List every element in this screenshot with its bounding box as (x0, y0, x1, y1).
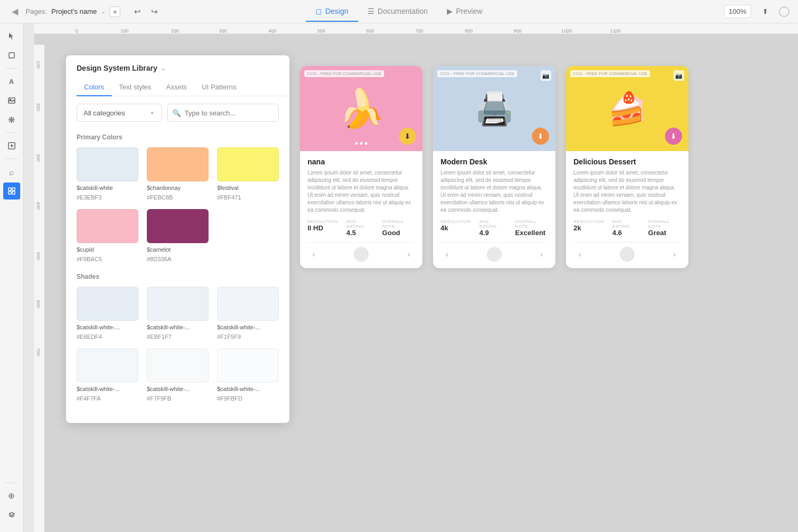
panel-controls: All categories ▼ 🔍 (66, 96, 289, 129)
frame-tool[interactable] (3, 47, 20, 64)
card-image-dessert: CCO - FREE FOR COMMERCIAL USE 📷 🍰 ⬇ (566, 66, 688, 151)
next-arrow-dessert[interactable]: › (668, 248, 681, 261)
shade-swatch-1[interactable] (77, 287, 138, 321)
tab-text-styles[interactable]: Text styles (112, 79, 159, 96)
svg-rect-10 (12, 192, 15, 194)
color-name: $catskill-white (77, 185, 138, 191)
card-banana: CCO - FREE FOR COMMERCIAL USE 🍌 ⬇ nana L… (300, 66, 422, 268)
next-arrow-banana[interactable]: › (402, 248, 415, 261)
color-swatch-camelot[interactable] (147, 209, 209, 243)
shade-hex-4: #F4F7FA (77, 395, 138, 402)
tab-assets[interactable]: Assets (159, 79, 194, 96)
svg-rect-8 (12, 188, 15, 190)
component-tool[interactable]: ❋ (3, 111, 20, 128)
project-name[interactable]: Project's name (51, 7, 97, 15)
status-icon (779, 6, 789, 17)
ruler-top: 0 100 200 300 400 500 600 700 800 900 10… (34, 23, 798, 34)
assets-tool[interactable] (3, 182, 20, 200)
pages-label: Pages: (26, 7, 47, 15)
undo-button[interactable]: ↩ (131, 5, 144, 18)
shade-name-5: $catskill-white-... (147, 386, 209, 392)
download-button-desk[interactable]: ⬇ (532, 128, 549, 145)
ruler-mark-800: 800 (464, 28, 472, 34)
meta-rating-desk: AVG. RATING 4.9 (479, 219, 506, 237)
select-tool[interactable] (3, 28, 20, 45)
share-button[interactable]: ⬆ (758, 4, 772, 19)
color-hex: #FEBC8B (147, 194, 209, 201)
shade-name-2: $catskill-white-... (147, 324, 209, 330)
select-caret-icon: ▼ (149, 110, 155, 116)
card-meta-desk: RESOLUTION 4k AVG. RATING 4.9 OVERALL NO… (440, 219, 548, 237)
tab-ui-patterns[interactable]: UI Patterns (194, 79, 244, 96)
frame-insert-tool[interactable] (3, 137, 20, 154)
dessert-emoji: 🍰 (608, 90, 647, 128)
color-swatch-cupid[interactable] (77, 209, 138, 243)
card-desc-dessert: Lorem ipsum dolor sit amet, consectetur … (573, 169, 681, 214)
pagination-dessert (620, 247, 635, 262)
text-tool[interactable]: A (3, 73, 20, 90)
add-page-button[interactable]: + (110, 6, 120, 17)
image-tool[interactable] (3, 92, 20, 109)
shade-hex-3: #F1F5F9 (217, 334, 279, 340)
shade-swatch-3[interactable] (217, 287, 279, 321)
search-wrapper: 🔍 (167, 104, 279, 122)
card-body-desk: Modern Desk Lorem ipsum dolor sit amet, … (433, 151, 555, 268)
panel-header: Design System Library ⌄ (66, 55, 289, 72)
color-hex: #F9BAC5 (77, 256, 138, 262)
dot-1 (355, 142, 358, 145)
tab-colors[interactable]: Colors (77, 79, 112, 96)
panel-caret-icon[interactable]: ⌄ (161, 64, 166, 72)
cards-area: CCO - FREE FOR COMMERCIAL USE 🍌 ⬇ nana L… (300, 66, 688, 268)
svg-rect-7 (9, 188, 11, 190)
connections-tool[interactable]: ⊕ (3, 487, 20, 504)
card-title-banana: nana (307, 157, 415, 166)
search-input[interactable] (167, 104, 279, 122)
shade-hex-6: #F9FBFD (217, 395, 279, 402)
prev-arrow-dessert[interactable]: ‹ (573, 248, 586, 261)
tab-documentation[interactable]: ☰ Documentation (358, 2, 437, 22)
project-caret-icon[interactable]: ⌄ (101, 9, 105, 14)
ruler-mark-900: 900 (513, 28, 521, 34)
shade-name-6: $catskill-white-... (217, 386, 279, 392)
download-button-dessert[interactable]: ⬇ (665, 128, 682, 145)
search-tool[interactable]: ⌕ (3, 163, 20, 180)
tab-design[interactable]: ◻ Design (306, 2, 358, 22)
shades-grid: $catskill-white-... #E6EDF4 $catskill-wh… (77, 287, 279, 402)
color-swatch-chardonnay[interactable] (147, 147, 209, 181)
card-desc-banana: Lorem ipsum dolor sit amet, consectetur … (307, 169, 415, 214)
toolbar-separator-1 (5, 68, 18, 69)
category-select[interactable]: All categories ▼ (77, 104, 162, 122)
svg-rect-1 (9, 53, 14, 58)
download-button-banana[interactable]: ⬇ (399, 128, 416, 145)
shade-swatch-2[interactable] (147, 287, 209, 321)
prev-arrow-desk[interactable]: ‹ (440, 248, 453, 261)
shade-swatch-6[interactable] (217, 348, 279, 383)
layers-tool[interactable] (3, 506, 20, 523)
card-dessert: CCO - FREE FOR COMMERCIAL USE 📷 🍰 ⬇ Deli… (566, 66, 688, 268)
color-swatch-catskill-white[interactable] (77, 147, 138, 181)
redo-button[interactable]: ↪ (148, 5, 161, 18)
canvas-content: 100 200 300 400 500 600 700 Design Syste… (34, 34, 798, 532)
card-meta-dessert: RESOLUTION 2k AVG. RATING 4.6 OVERALL NO… (573, 219, 681, 237)
prev-arrow-banana[interactable]: ‹ (307, 248, 320, 261)
back-button[interactable]: ◀ (9, 5, 21, 18)
tab-preview[interactable]: ▶ Preview (437, 2, 492, 22)
canvas-area: 0 100 200 300 400 500 600 700 800 900 10… (23, 23, 798, 532)
card-image-banana: CCO - FREE FOR COMMERCIAL USE 🍌 ⬇ (300, 66, 422, 151)
color-swatch-festival[interactable] (217, 147, 279, 181)
next-arrow-desk[interactable]: › (535, 248, 548, 261)
photo-icon-desk: 📷 (541, 70, 551, 81)
desk-emoji: 🖨️ (475, 90, 514, 128)
ruler-mark-400: 400 (268, 28, 276, 34)
panel-tabs: Colors Text styles Assets UI Patterns (66, 79, 289, 96)
top-bar-right: 100% ⬆ (724, 4, 789, 19)
card-nav-banana: ‹ › (307, 242, 415, 262)
meta-note-banana: OVERALL NOTE Good (382, 219, 415, 237)
meta-note-desk: OVERALL NOTE Excellent (515, 219, 548, 237)
banana-emoji: 🍌 (338, 90, 385, 127)
color-hex: #FBF471 (217, 194, 279, 201)
shade-swatch-4[interactable] (77, 348, 138, 383)
shade-name-3: $catskill-white-... (217, 324, 279, 330)
zoom-control[interactable]: 100% (724, 5, 751, 18)
shade-swatch-5[interactable] (147, 348, 209, 383)
